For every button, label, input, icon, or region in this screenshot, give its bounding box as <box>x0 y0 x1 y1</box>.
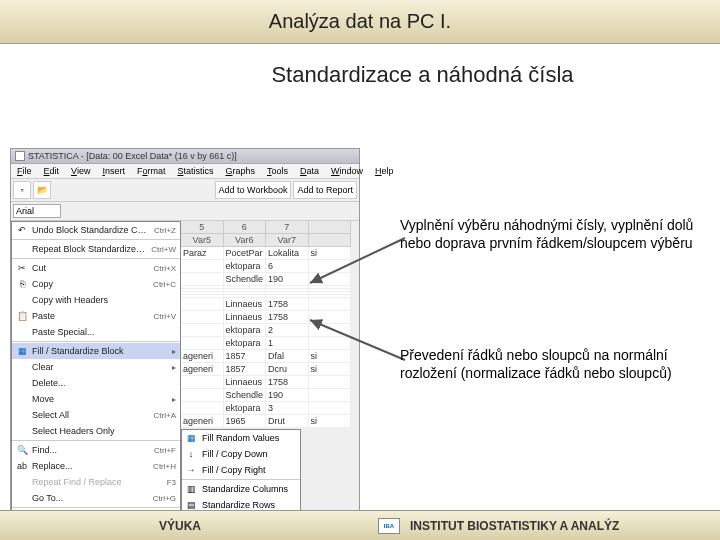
menu-delete[interactable]: Delete... <box>12 375 180 391</box>
annotation-fill: Vyplnění výběru náhodnými čísly, vyplněn… <box>400 216 700 252</box>
menu-edit[interactable]: Edit <box>38 164 66 178</box>
data-grid[interactable]: 567 Var5Var6Var7 ParazPocetParLokalitasi… <box>181 221 351 428</box>
fill-icon: ▦ <box>16 345 28 357</box>
menu-undo[interactable]: ↶Undo Block Standardize ColumnsCtrl+Z <box>12 222 180 238</box>
std-col-icon: ▥ <box>185 483 197 495</box>
page-subtitle: Standardizace a náhodná čísla <box>125 62 720 88</box>
window-title: STATISTICA - [Data: 00 Excel Data* (16 v… <box>28 151 237 161</box>
footer-right: IBA INSTITUT BIOSTATISTIKY A ANALÝZ <box>360 510 720 540</box>
page-title: Analýza dat na PC I. <box>269 10 451 33</box>
footer-left: VÝUKA <box>0 510 360 540</box>
submenu-standardize-columns[interactable]: ▥Standardize Columns <box>182 481 300 497</box>
menu-window[interactable]: Window <box>325 164 369 178</box>
undo-icon: ↶ <box>16 224 28 236</box>
menu-tools[interactable]: Tools <box>261 164 294 178</box>
new-icon[interactable]: ▫ <box>13 181 31 199</box>
table-row[interactable]: ParazPocetParLokalitasi <box>181 247 351 260</box>
menu-select-headers[interactable]: Select Headers Only <box>12 423 180 439</box>
page-footer: VÝUKA IBA INSTITUT BIOSTATISTIKY A ANALÝ… <box>0 510 720 540</box>
table-row[interactable]: Schendle190 <box>181 273 351 286</box>
table-row[interactable]: ektopara3 <box>181 402 351 415</box>
replace-icon: ab <box>16 460 28 472</box>
edit-context-menu: ↶Undo Block Standardize ColumnsCtrl+Z Re… <box>11 221 181 540</box>
menu-copy-headers[interactable]: Copy with Headers <box>12 292 180 308</box>
toolbar: ▫ 📂 Add to Workbook Add to Report <box>11 179 359 202</box>
menu-repeat[interactable]: Repeat Block Standardize ColumnsCtrl+W <box>12 241 180 257</box>
table-row[interactable]: ageneri1857Dcrusi <box>181 363 351 376</box>
menu-move[interactable]: Move▸ <box>12 391 180 407</box>
iba-logo-icon: IBA <box>378 518 400 534</box>
table-row[interactable]: Linnaeus1758 <box>181 311 351 324</box>
menu-fill-standardize[interactable]: ▦Fill / Standardize Block▸ <box>12 343 180 359</box>
window-titlebar: STATISTICA - [Data: 00 Excel Data* (16 v… <box>11 149 359 164</box>
fill-right-icon: → <box>185 464 197 476</box>
menu-insert[interactable]: Insert <box>96 164 131 178</box>
find-icon: 🔍 <box>16 444 28 456</box>
table-row[interactable]: Schendle190 <box>181 389 351 402</box>
menu-copy[interactable]: ⎘CopyCtrl+C <box>12 276 180 292</box>
grid-header-numbers: 567 <box>181 221 351 234</box>
annotation-standardize: Převedení řádků nebo sloupců na normální… <box>400 346 700 382</box>
submenu-fill-right[interactable]: →Fill / Copy Right <box>182 462 300 478</box>
menu-help[interactable]: Help <box>369 164 400 178</box>
menu-find[interactable]: 🔍Find...Ctrl+F <box>12 442 180 458</box>
menu-data[interactable]: Data <box>294 164 325 178</box>
font-name-input[interactable] <box>13 204 61 218</box>
font-toolbar <box>11 202 359 221</box>
footer-right-text: INSTITUT BIOSTATISTIKY A ANALÝZ <box>410 519 619 533</box>
table-row[interactable]: ageneri1857Dfalsi <box>181 350 351 363</box>
cut-icon: ✂ <box>16 262 28 274</box>
table-row[interactable]: ektopara1 <box>181 337 351 350</box>
menu-paste-special[interactable]: Paste Special... <box>12 324 180 340</box>
copy-icon: ⎘ <box>16 278 28 290</box>
menu-goto[interactable]: Go To...Ctrl+G <box>12 490 180 506</box>
table-row[interactable]: Linnaeus1758 <box>181 298 351 311</box>
page-header: Analýza dat na PC I. <box>0 0 720 44</box>
open-icon[interactable]: 📂 <box>33 181 51 199</box>
menu-paste[interactable]: 📋PasteCtrl+V <box>12 308 180 324</box>
table-row[interactable]: Linnaeus1758 <box>181 376 351 389</box>
grid-header-vars: Var5Var6Var7 <box>181 234 351 247</box>
add-to-workbook-button[interactable]: Add to Workbook <box>215 181 292 199</box>
table-row[interactable]: ektopara2 <box>181 324 351 337</box>
table-row[interactable]: ageneri1965Drutsi <box>181 415 351 428</box>
menu-clear[interactable]: Clear▸ <box>12 359 180 375</box>
random-icon: ▦ <box>185 432 197 444</box>
fill-standardize-submenu: ▦Fill Random Values ↓Fill / Copy Down →F… <box>181 429 301 514</box>
app-logo-icon <box>15 151 25 161</box>
submenu-fill-down[interactable]: ↓Fill / Copy Down <box>182 446 300 462</box>
add-to-report-button[interactable]: Add to Report <box>293 181 357 199</box>
menu-select-all[interactable]: Select AllCtrl+A <box>12 407 180 423</box>
paste-icon: 📋 <box>16 310 28 322</box>
table-row[interactable]: ektopara6 <box>181 260 351 273</box>
menu-bar[interactable]: File Edit View Insert Format Statistics … <box>11 164 359 179</box>
statistica-window: STATISTICA - [Data: 00 Excel Data* (16 v… <box>10 148 360 540</box>
menu-replace[interactable]: abReplace...Ctrl+H <box>12 458 180 474</box>
fill-down-icon: ↓ <box>185 448 197 460</box>
menu-format[interactable]: Format <box>131 164 172 178</box>
menu-view[interactable]: View <box>65 164 96 178</box>
menu-file[interactable]: File <box>11 164 38 178</box>
menu-statistics[interactable]: Statistics <box>171 164 219 178</box>
menu-cut[interactable]: ✂CutCtrl+X <box>12 260 180 276</box>
submenu-fill-random[interactable]: ▦Fill Random Values <box>182 430 300 446</box>
menu-repeat-find: Repeat Find / ReplaceF3 <box>12 474 180 490</box>
menu-graphs[interactable]: Graphs <box>219 164 261 178</box>
